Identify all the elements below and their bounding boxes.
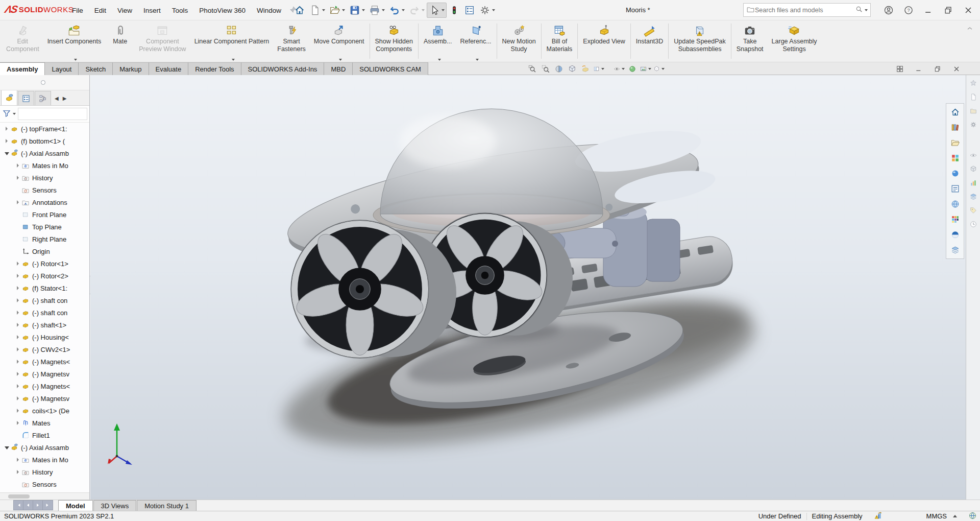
tree-expander-icon[interactable] (14, 335, 21, 339)
dropdown-caret[interactable] (362, 9, 365, 11)
close-doc-button[interactable] (950, 63, 963, 75)
displaymanager-tab[interactable] (18, 91, 34, 105)
minimize-button[interactable] (921, 3, 936, 18)
tree-expander-icon[interactable] (14, 458, 21, 462)
flyout-caret[interactable] (438, 59, 441, 61)
edge-chart-icon[interactable] (968, 178, 979, 188)
tree-item[interactable]: (f) Stator<1: (0, 282, 89, 294)
mate-button[interactable]: Mate (105, 20, 135, 62)
tree-item[interactable]: (f) bottom<1> ( (0, 135, 89, 147)
search-icon[interactable] (855, 5, 863, 15)
flyout-caret[interactable] (74, 59, 77, 61)
featuremanager-tab[interactable] (1, 90, 17, 105)
edge-eye-icon[interactable] (968, 150, 979, 160)
tree-horizontal-scrollbar[interactable] (0, 492, 89, 500)
tab-sketch[interactable]: Sketch (79, 62, 113, 75)
tree-expander-icon[interactable] (14, 384, 21, 388)
configurationmanager-tab[interactable] (35, 91, 51, 105)
dropdown-caret[interactable] (622, 68, 625, 70)
flyout-caret[interactable] (476, 59, 479, 61)
move-component-button[interactable]: Move Component (310, 20, 369, 62)
taskpane-color-grid-button[interactable] (948, 213, 962, 226)
zoom-area-button[interactable] (540, 63, 551, 75)
scene-button[interactable] (640, 63, 651, 75)
search-input[interactable] (755, 7, 855, 14)
search-dropdown-caret[interactable] (865, 9, 868, 11)
assembly-3d-model[interactable] (90, 75, 966, 500)
dropdown-caret[interactable] (442, 9, 445, 11)
linear-pattern-button[interactable]: Linear Component Pattern (190, 20, 274, 62)
flyout-caret[interactable] (232, 59, 235, 61)
take-snapshot-button[interactable]: TakeSnapshot (732, 20, 768, 62)
tab-layout[interactable]: Layout (45, 62, 79, 75)
tile-windows-button[interactable] (894, 63, 906, 75)
tree-expander-icon[interactable] (14, 262, 21, 266)
first-tab-button[interactable] (14, 501, 23, 510)
dropdown-caret[interactable] (648, 68, 651, 70)
tree-expander-icon[interactable] (3, 151, 10, 156)
tab-solidworks-cam[interactable]: SOLIDWORKS CAM (353, 62, 428, 75)
edge-document-icon[interactable] (968, 92, 979, 102)
edge-star-icon[interactable] (968, 78, 979, 88)
hide-show-button[interactable] (614, 63, 625, 75)
menu-photoview-360[interactable]: PhotoView 360 (193, 5, 251, 16)
edge-gear-icon[interactable] (968, 120, 979, 130)
tree-expander-icon[interactable] (3, 127, 10, 131)
undo-button[interactable] (387, 3, 407, 18)
tree-item[interactable]: (-) shaft con (0, 294, 89, 306)
dropdown-caret[interactable] (601, 68, 604, 70)
status-globe-icon[interactable] (968, 511, 977, 521)
prev-tab-button[interactable] (23, 501, 33, 510)
section-view-button[interactable] (553, 63, 565, 75)
tree-item[interactable]: Mates in Mo (0, 454, 89, 466)
flyout-caret[interactable] (339, 59, 342, 61)
minimize-doc-button[interactable] (913, 63, 925, 75)
tree-expander-icon[interactable] (14, 298, 21, 302)
menu-insert[interactable]: Insert (138, 5, 166, 16)
tree-expander-icon[interactable] (14, 372, 21, 376)
reference-geometry-button[interactable]: Referenc... (456, 20, 495, 62)
panel-tab-prev-icon[interactable]: ◀ (55, 96, 59, 101)
tree-expander-icon[interactable] (14, 409, 21, 413)
tree-item[interactable]: (-) Axial Assamb (0, 441, 89, 454)
zoom-fit-button[interactable] (527, 63, 538, 75)
doc-tab-motion-study-1[interactable]: Motion Study 1 (137, 500, 197, 511)
tree-item[interactable]: (-) Housing< (0, 331, 89, 343)
update-speedpak-button[interactable]: Update SpeedPakSubassemblies (670, 20, 729, 62)
tab-evaluate[interactable]: Evaluate (149, 62, 189, 75)
tree-expander-icon[interactable] (14, 311, 21, 315)
options-gear-button[interactable] (477, 3, 497, 18)
taskpane-appearances-button[interactable] (948, 167, 962, 180)
tree-item[interactable]: (-) Magnetsv (0, 368, 89, 380)
filter-funnel-icon[interactable] (2, 109, 11, 120)
tree-expander-icon[interactable] (3, 139, 10, 143)
bill-of-materials-button[interactable]: Bill ofMaterials (543, 20, 577, 62)
display-style-button[interactable] (653, 63, 665, 75)
unit-system-caret-icon[interactable] (953, 515, 957, 517)
taskpane-globe-button[interactable] (948, 198, 962, 210)
dropdown-caret[interactable] (342, 9, 345, 11)
tab-markup[interactable]: Markup (113, 62, 149, 75)
tree-item[interactable]: (-) Magnets< (0, 380, 89, 392)
filter-caret[interactable] (13, 113, 16, 115)
xray-button[interactable] (580, 63, 591, 75)
insert-components-button[interactable]: Insert Components (43, 20, 106, 62)
menu-view[interactable]: View (112, 5, 138, 16)
tree-filter-input[interactable] (18, 108, 87, 120)
taskpane-home-button[interactable] (948, 106, 962, 119)
next-tab-button[interactable] (33, 501, 43, 510)
scrollbar-thumb[interactable] (8, 494, 30, 499)
restore-button[interactable] (941, 3, 956, 18)
dropdown-caret[interactable] (422, 9, 425, 11)
dropdown-caret[interactable] (382, 9, 385, 11)
select-cursor-button[interactable] (427, 3, 447, 18)
menu-window[interactable]: Window (251, 5, 287, 16)
tree-item[interactable]: AAnnotations (0, 196, 89, 208)
help-button[interactable]: ? (901, 3, 916, 18)
tree-item[interactable]: Mates (0, 417, 89, 429)
tree-item[interactable]: coils<1> (De (0, 405, 89, 417)
menu-file[interactable]: File (66, 5, 89, 16)
ribbon-collapse-chevron-icon[interactable] (966, 25, 974, 34)
view-orientation-button[interactable] (567, 63, 578, 75)
tree-item[interactable]: (-) shaft con (0, 306, 89, 319)
